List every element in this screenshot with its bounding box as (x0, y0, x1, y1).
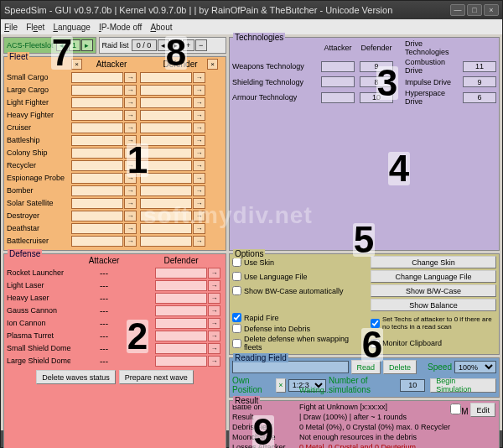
defense-def-input[interactable] (155, 343, 207, 354)
fleet-att-input[interactable] (71, 97, 123, 108)
change-skin-button[interactable]: Change Skin (371, 256, 496, 268)
minimize-button[interactable]: — (450, 4, 465, 16)
fleet-def-input[interactable] (140, 135, 192, 146)
fleet-clear-def-button[interactable]: × (207, 59, 218, 70)
maximize-button[interactable]: □ (467, 4, 482, 16)
fleet-def-input[interactable] (140, 122, 192, 133)
swap-icon[interactable]: → (124, 173, 137, 184)
defense-def-input[interactable] (155, 293, 207, 304)
opt-set-techs[interactable]: Set Techs of attacker to 0 if there are … (371, 315, 496, 331)
swap-icon[interactable]: → (208, 305, 220, 316)
begin-sim-button[interactable]: Begin Simulation (430, 378, 496, 393)
swap-icon[interactable]: → (193, 72, 205, 83)
delete-waves-button[interactable]: Delete waves status (36, 370, 116, 384)
swap-icon[interactable]: → (193, 97, 205, 108)
swap-icon[interactable]: → (193, 236, 205, 247)
tech-shield-att[interactable] (321, 76, 355, 87)
fleet-att-input[interactable] (71, 236, 123, 247)
swap-icon[interactable]: → (193, 110, 205, 121)
fleet-def-input[interactable] (140, 110, 192, 121)
raid-prev-button[interactable]: ◂ (158, 39, 169, 51)
swap-icon[interactable]: → (208, 268, 220, 279)
swap-icon[interactable]: → (208, 280, 220, 291)
fleet-att-input[interactable] (71, 122, 123, 133)
defense-def-input[interactable] (155, 268, 207, 279)
fleet-att-input[interactable] (71, 72, 123, 83)
opt-rapid-fire[interactable]: Rapid Fire (232, 313, 366, 322)
swap-icon[interactable]: → (208, 318, 220, 329)
swap-icon[interactable]: → (193, 185, 205, 196)
fleet-def-input[interactable] (140, 185, 192, 196)
swap-icon[interactable]: → (124, 122, 137, 133)
tech-shield-def[interactable] (360, 76, 393, 87)
fleet-att-input[interactable] (71, 160, 123, 171)
opt-def-debris[interactable]: Defense into Debris (232, 324, 366, 333)
swap-icon[interactable]: → (124, 85, 137, 96)
show-balance-button[interactable]: Show Balance (371, 299, 496, 311)
fleet-att-input[interactable] (71, 185, 123, 196)
result-edit-button[interactable]: Edit (470, 403, 495, 417)
fleet-def-input[interactable] (140, 85, 192, 96)
opt-monitor[interactable]: Monitor Clipboard (371, 339, 496, 348)
fleet-def-input[interactable] (140, 236, 192, 247)
fleet-def-input[interactable] (140, 198, 192, 209)
swap-icon[interactable]: → (193, 160, 205, 171)
reading-input[interactable] (232, 361, 349, 373)
swap-icon[interactable]: → (124, 236, 137, 247)
prepare-wave-button[interactable]: Prepare next wave (119, 370, 194, 384)
swap-icon[interactable]: → (124, 185, 137, 196)
drive-hyper-val[interactable] (463, 92, 496, 103)
drive-impulse-val[interactable] (463, 76, 496, 87)
swap-icon[interactable]: → (124, 223, 137, 234)
fleet-def-input[interactable] (140, 97, 192, 108)
ownpos-clear-button[interactable]: × (276, 378, 286, 393)
swap-icon[interactable]: → (124, 198, 137, 209)
fleet-att-input[interactable] (71, 211, 123, 221)
defense-def-input[interactable] (155, 305, 207, 316)
fleet-def-input[interactable] (140, 72, 192, 83)
fleet-att-input[interactable] (71, 198, 123, 209)
swap-icon[interactable]: → (208, 343, 220, 354)
fleet-att-input[interactable] (71, 223, 123, 234)
swap-icon[interactable]: → (124, 148, 137, 159)
change-lang-button[interactable]: Change Language File (371, 270, 496, 283)
show-bw-button[interactable]: Show B/W-Case (371, 284, 496, 297)
menu-file[interactable]: File (4, 23, 18, 32)
swap-icon[interactable]: → (208, 293, 220, 304)
swap-icon[interactable]: → (193, 211, 205, 221)
defense-def-input[interactable] (155, 331, 207, 341)
raid-next-button[interactable]: ▸ (170, 39, 182, 51)
fleet-def-input[interactable] (140, 173, 192, 184)
swap-icon[interactable]: → (124, 72, 137, 83)
fleet-def-input[interactable] (140, 211, 192, 221)
delete-button[interactable]: Delete (383, 360, 417, 374)
speed-select[interactable]: 100% (454, 361, 496, 373)
swap-icon[interactable]: → (124, 160, 137, 171)
opt-use-lang[interactable]: Use Language File (232, 272, 366, 281)
fleet-att-input[interactable] (71, 110, 123, 121)
swap-icon[interactable]: → (124, 110, 137, 121)
raid-add-button[interactable]: + (183, 39, 194, 51)
fleet-clear-att-button[interactable]: × (71, 59, 82, 70)
swap-icon[interactable]: → (193, 198, 205, 209)
acs-next-button[interactable]: ▸ (81, 39, 93, 51)
raid-remove-button[interactable]: − (195, 39, 207, 51)
tech-armour-att[interactable] (321, 92, 355, 103)
fleet-att-input[interactable] (71, 85, 123, 96)
swap-icon[interactable]: → (193, 223, 205, 234)
tech-armour-def[interactable] (360, 92, 393, 103)
swap-icon[interactable]: → (193, 148, 205, 159)
fleet-def-input[interactable] (140, 148, 192, 159)
drive-combustion-val[interactable] (463, 61, 496, 72)
swap-icon[interactable]: → (193, 135, 205, 146)
swap-icon[interactable]: → (193, 122, 205, 133)
fleet-def-input[interactable] (140, 223, 192, 234)
opt-show-bw[interactable]: Show BW-Case automatically (232, 286, 366, 295)
opt-use-skin[interactable]: Use Skin (232, 258, 366, 267)
swap-icon[interactable]: → (124, 97, 137, 108)
acs-prev-button[interactable]: ◂ (56, 39, 68, 51)
opt-del-def[interactable]: Delete defense when swapping fleets (232, 335, 366, 352)
tech-weapons-att[interactable] (321, 61, 355, 72)
read-button[interactable]: Read (351, 360, 381, 374)
numsim-input[interactable] (400, 379, 425, 392)
